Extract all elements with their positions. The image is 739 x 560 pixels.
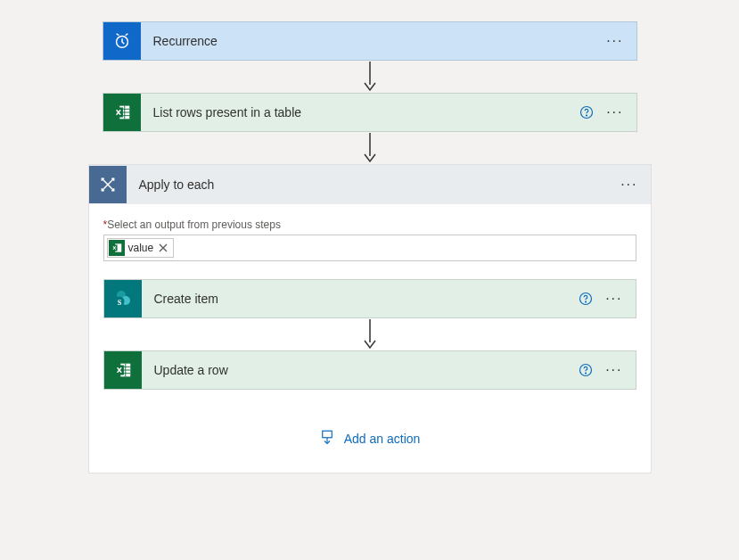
step-title: Update a row [142,363,579,377]
apply-to-each-body: *Select an output from previous steps va… [89,204,651,473]
more-icon[interactable]: ··· [620,177,637,192]
close-icon[interactable] [157,242,169,254]
add-action-button[interactable]: Add an action [103,429,636,448]
step-title: Create item [142,292,579,306]
step-update-row[interactable]: Update a row ··· [103,350,636,390]
svg-point-27 [586,373,587,374]
connector-arrow [103,132,637,164]
step-apply-to-each: Apply to each ··· *Select an output from… [88,164,652,474]
apply-to-each-header[interactable]: Apply to each ··· [89,165,651,204]
add-action-label: Add an action [344,432,421,446]
svg-point-18 [586,301,587,302]
loop-icon [89,166,127,203]
connector-arrow [103,318,636,350]
excel-icon [104,351,142,389]
more-icon[interactable]: ··· [606,105,623,119]
help-icon[interactable] [579,363,593,377]
token-value[interactable]: value [107,238,175,258]
step-list-rows[interactable]: List rows present in a table ··· [103,93,637,132]
more-icon[interactable]: ··· [605,363,622,377]
connector-arrow [103,61,637,93]
more-icon[interactable]: ··· [606,34,623,48]
output-selector-input[interactable]: value [103,235,636,261]
svg-text:S: S [117,299,121,307]
field-label: *Select an output from previous steps [103,218,636,231]
step-title: Recurrence [141,34,607,48]
more-icon[interactable]: ··· [605,292,622,306]
excel-icon [109,240,125,256]
step-recurrence[interactable]: Recurrence ··· [103,21,637,61]
clock-icon [103,22,141,60]
flow-canvas: Recurrence ··· List rows present in a ta… [0,0,739,474]
help-icon[interactable] [579,292,593,306]
token-label: value [128,242,154,254]
svg-point-9 [587,115,587,116]
svg-rect-28 [322,431,332,438]
help-icon[interactable] [579,105,594,119]
step-title: List rows present in a table [141,105,580,119]
sharepoint-icon: S [104,280,142,317]
step-title: Apply to each [127,177,621,192]
add-action-icon [319,429,335,448]
excel-icon [103,94,141,131]
step-create-item[interactable]: S Create item ··· [103,279,636,318]
